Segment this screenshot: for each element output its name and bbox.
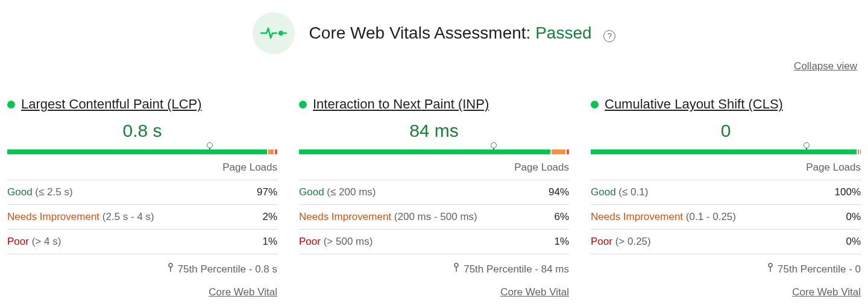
status-dot-lcp [7, 101, 15, 108]
metric-value-lcp: 0.8 s [7, 121, 277, 141]
dist-row-poor: Poor (> 4 s) 1% [7, 230, 277, 254]
help-icon[interactable]: ? [603, 30, 615, 42]
pin-icon [767, 263, 774, 275]
assessment-title: Core Web Vitals Assessment: Passed ? [309, 24, 616, 43]
dist-row-ni: Needs Improvement (0.1 - 0.25) 0% [591, 205, 861, 230]
distribution-bar-lcp [7, 142, 277, 156]
metric-value-inp: 84 ms [299, 121, 569, 141]
core-web-vital-link-cls[interactable]: Core Web Vital [792, 286, 861, 298]
metric-title-lcp[interactable]: Largest Contentful Paint (LCP) [21, 96, 202, 112]
collapse-view-link[interactable]: Collapse view [7, 60, 861, 72]
distribution-bar-inp [299, 142, 569, 156]
page-loads-label: Page Loads [591, 162, 861, 174]
dist-row-ni: Needs Improvement (200 ms - 500 ms) 6% [299, 205, 569, 230]
svg-point-4 [454, 263, 458, 267]
svg-point-2 [169, 263, 172, 267]
dist-row-good: Good (≤ 0.1) 100% [591, 180, 861, 205]
pulse-icon [253, 12, 295, 54]
metric-card-inp: Interaction to Next Paint (INP) 84 ms Pa… [299, 96, 569, 298]
dist-row-good: Good (≤ 2.5 s) 97% [7, 180, 277, 205]
svg-point-0 [278, 31, 283, 36]
pin-icon [167, 263, 174, 275]
dist-row-poor: Poor (> 500 ms) 1% [299, 230, 569, 254]
dist-row-good: Good (≤ 200 ms) 94% [299, 180, 569, 205]
metric-value-cls: 0 [591, 121, 861, 141]
page-loads-label: Page Loads [299, 162, 569, 174]
percentile-row-cls: 75th Percentile - 0 [591, 263, 861, 275]
page-loads-label: Page Loads [7, 162, 277, 174]
metric-card-lcp: Largest Contentful Paint (LCP) 0.8 s Pag… [7, 96, 277, 298]
distribution-bar-cls [591, 142, 861, 156]
metrics-row: Largest Contentful Paint (LCP) 0.8 s Pag… [7, 96, 861, 298]
metric-card-cls: Cumulative Layout Shift (CLS) 0 Page Loa… [591, 96, 861, 298]
pin-icon [453, 263, 460, 275]
metric-title-inp[interactable]: Interaction to Next Paint (INP) [313, 96, 489, 112]
assessment-header: Core Web Vitals Assessment: Passed ? [7, 12, 861, 54]
percentile-row-lcp: 75th Percentile - 0.8 s [7, 263, 277, 275]
dist-row-poor: Poor (> 0.25) 0% [591, 230, 861, 254]
status-dot-inp [299, 101, 307, 108]
assessment-title-prefix: Core Web Vitals Assessment: [309, 24, 536, 42]
assessment-status: Passed [535, 24, 591, 42]
core-web-vital-link-lcp[interactable]: Core Web Vital [209, 286, 277, 298]
status-dot-cls [591, 101, 599, 108]
metric-title-cls[interactable]: Cumulative Layout Shift (CLS) [605, 96, 783, 112]
dist-row-ni: Needs Improvement (2.5 s - 4 s) 2% [7, 205, 277, 230]
percentile-row-inp: 75th Percentile - 84 ms [299, 263, 569, 275]
svg-point-6 [769, 263, 772, 267]
core-web-vital-link-inp[interactable]: Core Web Vital [500, 286, 569, 298]
